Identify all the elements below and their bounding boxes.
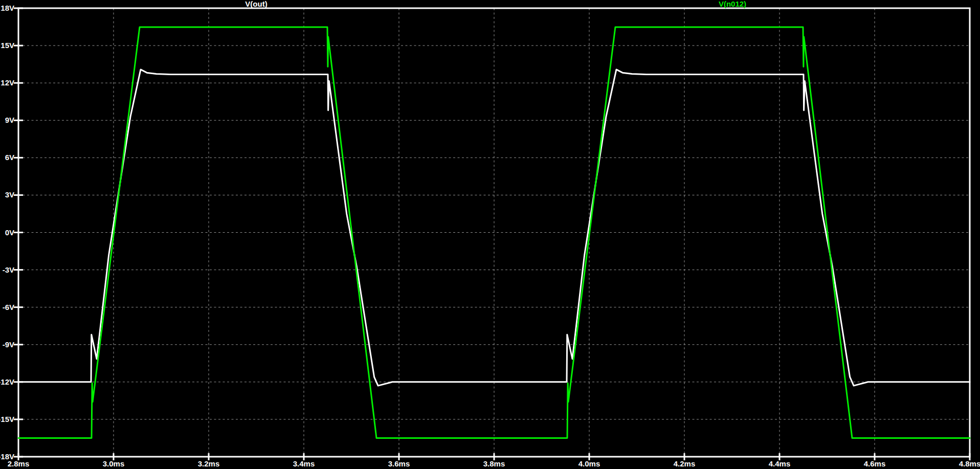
x-tick-label: 4.8ms [959,459,980,468]
y-tick-label: 3V [5,190,14,199]
x-tick-label: 2.8ms [8,459,30,468]
x-tick-label: 4.4ms [769,459,791,468]
y-tick-label: -3V [3,265,14,274]
y-tick-label: -6V [3,303,14,311]
x-tick-label: 3.8ms [483,459,505,468]
waveform-viewer: 18V15V12V9V6V3V0V-3V-6V-9V-12V-15V-18V2.… [0,0,980,469]
x-tick-label: 3.2ms [198,459,220,468]
x-tick-label: 4.6ms [864,459,886,468]
trace-label-vout[interactable]: V(out) [245,0,267,8]
x-tick-label: 3.6ms [388,459,410,468]
y-tick-label: 12V [1,78,14,87]
y-tick-label: 0V [5,228,14,237]
x-tick-label: 3.4ms [293,459,315,468]
y-tick-label: 15V [1,41,14,50]
y-tick-label: -12V [0,377,14,386]
y-tick-label: 18V [1,4,14,12]
x-tick-label: 3.0ms [103,459,125,468]
y-tick-label: -9V [3,340,14,349]
trace-label-vn012[interactable]: V(n012) [719,0,746,8]
x-tick-label: 4.2ms [674,459,696,468]
plot-canvas[interactable]: 18V15V12V9V6V3V0V-3V-6V-9V-12V-15V-18V2.… [0,0,980,469]
y-tick-label: 9V [5,116,14,124]
x-tick-label: 4.0ms [578,459,600,468]
ltspice-waveform-window: { "window": { "background": "#000000", "… [0,0,980,469]
y-tick-label: -15V [0,415,14,423]
y-tick-label: 6V [5,153,14,162]
